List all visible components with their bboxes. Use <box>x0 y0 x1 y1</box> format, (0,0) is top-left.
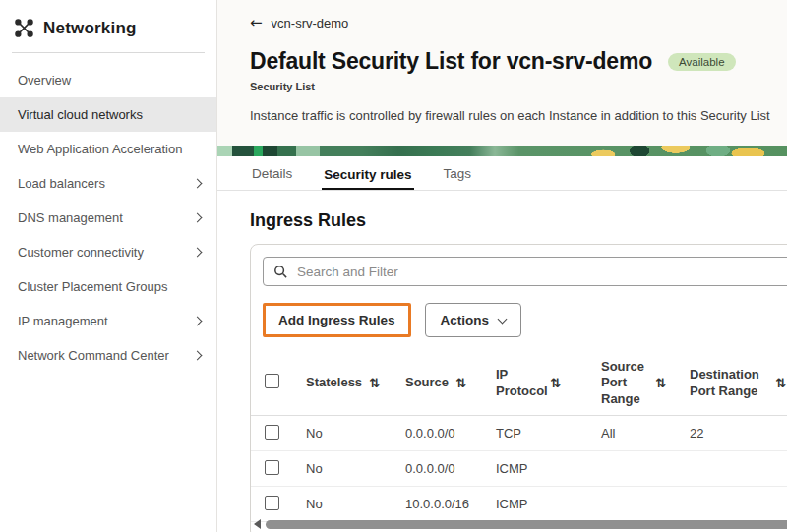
select-all-checkbox[interactable] <box>265 374 279 388</box>
status-badge: Available <box>668 53 735 71</box>
sidebar-item-ip-management[interactable]: IP management <box>0 304 216 338</box>
actions-button[interactable]: Actions <box>425 303 522 337</box>
sidebar-item-label: Cluster Placement Groups <box>18 279 167 294</box>
sort-icon[interactable]: ⇅ <box>655 377 666 389</box>
sidebar-header: Networking <box>0 16 216 52</box>
cell-ip-protocol: ICMP <box>496 497 601 511</box>
search-box <box>263 257 787 286</box>
table-header: Stateless ⇅ Source ⇅ IP Protocol ⇅ Sourc… <box>251 351 787 416</box>
sidebar-item-label: DNS management <box>18 210 123 225</box>
sidebar-item-label: Virtual cloud networks <box>18 107 143 122</box>
chevron-right-icon <box>193 351 203 361</box>
sidebar-item-label: Load balancers <box>18 176 105 191</box>
cell-stateless: No <box>306 426 405 441</box>
decorative-banner <box>217 146 787 156</box>
search-icon <box>273 265 288 279</box>
sort-icon[interactable]: ⇅ <box>775 377 786 389</box>
tab-details[interactable]: Details <box>250 166 294 190</box>
chevron-down-icon <box>498 314 508 324</box>
chevron-right-icon <box>193 317 203 326</box>
scroll-left-arrow-icon[interactable] <box>254 519 261 529</box>
sidebar-item-label: Web Application Acceleration <box>18 142 182 156</box>
tab-security-rules[interactable]: Security rules <box>322 167 413 191</box>
cell-source: 0.0.0.0/0 <box>405 426 496 441</box>
cell-stateless: No <box>306 461 405 476</box>
page-title: Default Security List for vcn-srv-demo <box>250 48 652 75</box>
cell-source: 0.0.0.0/0 <box>405 461 496 476</box>
sidebar-item-label: Overview <box>18 73 71 88</box>
column-header-ip-protocol: IP Protocol ⇅ <box>496 367 601 399</box>
sidebar-item-overview[interactable]: Overview <box>0 63 216 97</box>
column-header-destination-port-range: Destination Port Range ⇅ <box>690 367 787 399</box>
scrollbar-thumb[interactable] <box>266 520 787 529</box>
row-checkbox[interactable] <box>265 425 279 440</box>
table-row: No 0.0.0.0/0 TCP All 22 <box>251 416 787 451</box>
table-row: No 10.0.0.0/16 ICMP <box>251 487 787 522</box>
back-arrow-icon[interactable]: ← <box>250 16 263 30</box>
sidebar-title: Networking <box>43 19 137 38</box>
sort-icon[interactable]: ⇅ <box>550 377 561 389</box>
chevron-right-icon <box>193 213 203 223</box>
sidebar-item-network-command-center[interactable]: Network Command Center <box>0 338 216 373</box>
sidebar-item-label: Network Command Center <box>18 348 169 363</box>
networking-icon <box>14 18 34 38</box>
ingress-rules-panel: Add Ingress Rules Actions Stateless ⇅ So… <box>250 244 787 532</box>
tab-tags[interactable]: Tags <box>442 166 474 190</box>
breadcrumb-link[interactable]: vcn-srv-demo <box>272 16 349 30</box>
main-content: ← vcn-srv-demo Default Security List for… <box>216 0 787 532</box>
sidebar-item-virtual-cloud-networks[interactable]: Virtual cloud networks <box>0 97 216 132</box>
app-root: Networking Overview Virtual cloud networ… <box>0 0 787 532</box>
column-header-source-port-range: Source Port Range ⇅ <box>601 359 690 407</box>
sidebar: Networking Overview Virtual cloud networ… <box>0 0 216 532</box>
sidebar-item-cluster-placement-groups[interactable]: Cluster Placement Groups <box>0 269 216 304</box>
sidebar-item-dns-management[interactable]: DNS management <box>0 201 216 235</box>
sidebar-nav: Overview Virtual cloud networks Web Appl… <box>0 63 216 373</box>
cell-ip-protocol: TCP <box>496 426 601 441</box>
page-header: ← vcn-srv-demo Default Security List for… <box>217 0 787 146</box>
breadcrumb: ← vcn-srv-demo <box>250 16 787 30</box>
row-checkbox[interactable] <box>265 496 279 510</box>
cell-destination-port-range: 22 <box>690 426 787 441</box>
cell-source: 10.0.0.0/16 <box>405 497 496 511</box>
cell-stateless: No <box>306 497 405 511</box>
actions-button-label: Actions <box>441 313 490 327</box>
horizontal-scrollbar <box>254 519 787 529</box>
sort-icon[interactable]: ⇅ <box>369 377 380 389</box>
search-input[interactable] <box>297 265 787 279</box>
chevron-right-icon <box>193 179 203 189</box>
title-row: Default Security List for vcn-srv-demo A… <box>250 48 787 75</box>
sidebar-item-load-balancers[interactable]: Load balancers <box>0 166 216 201</box>
column-header-source: Source ⇅ <box>405 375 496 390</box>
table-row: No 0.0.0.0/0 ICMP <box>251 451 787 487</box>
resource-type-label: Security List <box>250 81 787 92</box>
chevron-right-icon <box>193 248 203 258</box>
sidebar-item-label: IP management <box>18 314 108 328</box>
cell-ip-protocol: ICMP <box>496 461 601 476</box>
section-title: Ingress Rules <box>250 210 787 231</box>
sidebar-item-customer-connectivity[interactable]: Customer connectivity <box>0 235 216 269</box>
sidebar-item-web-application-acceleration[interactable]: Web Application Acceleration <box>0 132 216 166</box>
row-checkbox[interactable] <box>265 460 279 475</box>
description-text: Instance traffic is controlled by firewa… <box>250 108 787 123</box>
button-row: Add Ingress Rules Actions <box>263 303 787 337</box>
sidebar-divider <box>12 52 205 53</box>
sort-icon[interactable]: ⇅ <box>455 377 466 389</box>
tab-bar: Details Security rules Tags <box>217 156 787 191</box>
column-header-stateless: Stateless ⇅ <box>306 375 405 390</box>
cell-source-port-range: All <box>601 426 690 441</box>
sidebar-item-label: Customer connectivity <box>18 245 144 260</box>
add-ingress-rules-button[interactable]: Add Ingress Rules <box>263 303 411 337</box>
